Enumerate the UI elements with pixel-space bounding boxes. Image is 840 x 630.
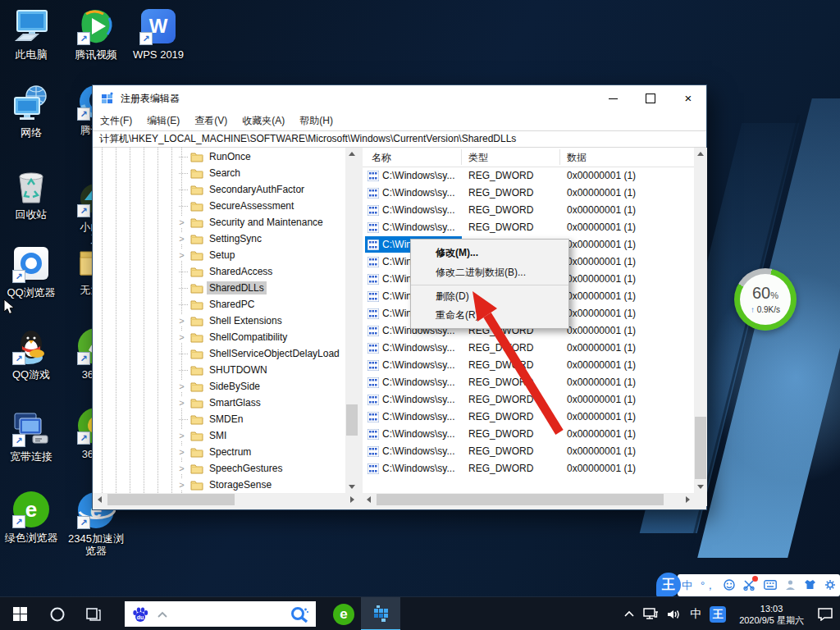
- registry-value-row[interactable]: C:\Windows\sy... REG_DWORD 0x00000001 (1…: [363, 409, 694, 426]
- registry-value-row[interactable]: C:\Windows\sy... REG_DWORD 0x00000001 (1…: [363, 443, 694, 460]
- titlebar[interactable]: 注册表编辑器 ×: [93, 85, 706, 112]
- tree-item[interactable]: > SharedPC: [94, 296, 345, 313]
- desktop-icon-qq-browser[interactable]: ↗ QQ浏览器: [0, 244, 62, 299]
- list-vertical-scrollbar[interactable]: [694, 148, 707, 493]
- account-icon[interactable]: [785, 579, 796, 591]
- start-button[interactable]: [0, 597, 39, 630]
- tree-item[interactable]: > SHUTDOWN: [94, 362, 345, 378]
- chevron-up-icon[interactable]: [156, 610, 169, 619]
- volume-icon[interactable]: [667, 609, 682, 620]
- desktop-icon-qq-games[interactable]: ↗ QQ游戏: [0, 326, 62, 381]
- tree-item[interactable]: > Setup: [94, 247, 345, 263]
- taskbar-search-box[interactable]: du: [125, 601, 316, 627]
- scroll-left-icon[interactable]: [367, 496, 371, 503]
- expand-chevron-icon[interactable]: >: [176, 233, 187, 244]
- tree-item[interactable]: > ShellCompatibility: [94, 329, 345, 345]
- expand-chevron-icon[interactable]: >: [176, 249, 187, 261]
- tree-horizontal-scrollbar[interactable]: [94, 493, 358, 506]
- registry-tree-pane[interactable]: > RunOnce > Search > SecondaryAuth: [94, 148, 345, 493]
- list-horizontal-scrollbar[interactable]: [363, 493, 694, 506]
- scroll-right-icon[interactable]: [686, 496, 690, 503]
- tree-item[interactable]: > SmartGlass: [94, 395, 345, 411]
- menu-item[interactable]: 编辑(E): [139, 114, 187, 128]
- menu-item[interactable]: 查看(V): [187, 114, 235, 128]
- expand-chevron-icon[interactable]: >: [176, 479, 187, 491]
- tree-item[interactable]: > Shell Extensions: [94, 313, 345, 329]
- taskbar-regedit-button-active[interactable]: [361, 597, 400, 630]
- tree-item[interactable]: > ShellServiceObjectDelayLoad: [94, 345, 345, 362]
- expand-chevron-icon[interactable]: >: [176, 381, 187, 392]
- expand-chevron-icon[interactable]: >: [176, 430, 187, 441]
- tree-item[interactable]: > SharedAccess: [94, 263, 345, 280]
- address-bar[interactable]: 计算机\HKEY_LOCAL_MACHINE\SOFTWARE\Microsof…: [93, 130, 706, 148]
- registry-value-row[interactable]: C:\Windows\sy... REG_DWORD 0x00000001 (1…: [363, 185, 694, 202]
- menu-item[interactable]: 帮助(H): [292, 114, 340, 128]
- task-view-button[interactable]: [75, 597, 112, 630]
- ime-mode-indicator[interactable]: 中: [690, 607, 701, 622]
- resize-grip[interactable]: [694, 493, 707, 506]
- minimize-button[interactable]: [594, 85, 632, 112]
- desktop-icon-this-pc[interactable]: 此电脑: [0, 7, 62, 61]
- expand-chevron-icon[interactable]: >: [176, 446, 187, 458]
- tree-item[interactable]: > SMI: [94, 427, 345, 444]
- scroll-up-icon[interactable]: [697, 152, 704, 156]
- column-header-data[interactable]: 数据: [567, 151, 587, 165]
- network-status-icon[interactable]: [643, 608, 659, 620]
- tree-item[interactable]: > SideBySide: [94, 378, 345, 395]
- tree-item[interactable]: > Security and Maintenance: [94, 214, 345, 231]
- expand-chevron-icon[interactable]: >: [176, 463, 187, 474]
- expand-chevron-icon[interactable]: >: [176, 397, 187, 409]
- desktop-icon-broadband[interactable]: ↗ 宽带连接: [0, 409, 62, 463]
- close-button[interactable]: ×: [669, 85, 707, 112]
- column-header-type[interactable]: 类型: [468, 151, 488, 165]
- scroll-down-icon[interactable]: [697, 485, 704, 489]
- speed-ball[interactable]: 60% ↑ 0.9K/s: [734, 268, 797, 331]
- scroll-up-icon[interactable]: [349, 152, 355, 156]
- registry-value-row[interactable]: C:\Windows\sy... REG_DWORD 0x00000001 (1…: [363, 460, 694, 477]
- context-menu-item[interactable]: 重命名(R): [411, 305, 568, 325]
- scroll-right-icon[interactable]: [350, 496, 354, 503]
- scrollbar-thumb[interactable]: [107, 494, 235, 505]
- tree-item[interactable]: > StorageSense: [94, 477, 345, 493]
- tree-item[interactable]: > SharedDLLs: [94, 280, 345, 296]
- scroll-left-icon[interactable]: [98, 496, 102, 503]
- skin-icon[interactable]: [804, 579, 816, 591]
- tree-item[interactable]: > Search: [94, 165, 345, 181]
- registry-value-row[interactable]: C:\Windows\sy... REG_DWORD 0x00000001 (1…: [363, 357, 694, 374]
- cortana-button[interactable]: [39, 597, 75, 630]
- menu-item[interactable]: 收藏夹(A): [235, 114, 292, 128]
- registry-value-row[interactable]: C:\Windows\sy... REG_DWORD 0x00000001 (1…: [363, 426, 694, 443]
- registry-value-row[interactable]: C:\Windows\sy... REG_DWORD 0x00000001 (1…: [363, 219, 694, 236]
- desktop-icon-network[interactable]: 网络: [0, 84, 62, 139]
- scrollbar-thumb[interactable]: [695, 417, 706, 479]
- expand-chevron-icon[interactable]: >: [176, 315, 187, 326]
- context-menu-item[interactable]: 修改二进制数据(B)...: [411, 262, 568, 282]
- desktop-icon-wps[interactable]: W ↗ WPS 2019: [127, 7, 189, 61]
- chinese-mode-icon[interactable]: 中: [682, 580, 692, 591]
- taskbar-green-browser-button[interactable]: e: [326, 597, 361, 630]
- context-menu-item[interactable]: 删除(D): [411, 285, 568, 305]
- scroll-down-icon[interactable]: [349, 485, 355, 489]
- screenshot-scissors-icon[interactable]: [743, 579, 756, 592]
- tree-item[interactable]: > SpeechGestures: [94, 460, 345, 477]
- desktop-icon-tencent-video[interactable]: ↗ 腾讯视频: [65, 7, 127, 61]
- settings-gear-icon[interactable]: [824, 579, 836, 592]
- sogou-logo-icon[interactable]: 王: [656, 573, 681, 597]
- tree-item[interactable]: > Spectrum: [94, 444, 345, 460]
- context-menu-item[interactable]: 修改(M)...: [411, 243, 568, 262]
- registry-value-row[interactable]: C:\Windows\sy... REG_DWORD 0x00000001 (1…: [363, 374, 694, 391]
- search-magnifier-icon[interactable]: [290, 605, 309, 624]
- tree-item[interactable]: > SecondaryAuthFactor: [94, 181, 345, 198]
- action-center-icon[interactable]: [817, 607, 833, 621]
- column-header-name[interactable]: 名称: [372, 151, 391, 165]
- menu-item[interactable]: 文件(F): [93, 114, 139, 128]
- registry-value-row[interactable]: C:\Windows\sy... REG_DWORD 0x00000001 (1…: [363, 167, 694, 185]
- scrollbar-thumb[interactable]: [346, 404, 358, 436]
- registry-value-row[interactable]: C:\Windows\sy... REG_DWORD 0x00000001 (1…: [363, 202, 694, 219]
- tree-item[interactable]: > SMDEn: [94, 411, 345, 427]
- tree-vertical-scrollbar[interactable]: [345, 148, 358, 493]
- tray-chevron-up-icon[interactable]: [623, 610, 635, 618]
- tree-item[interactable]: > RunOnce: [94, 148, 345, 165]
- desktop-icon-green-browser[interactable]: e ↗ 绿色浏览器: [0, 490, 62, 544]
- tree-item[interactable]: > SettingSync: [94, 231, 345, 247]
